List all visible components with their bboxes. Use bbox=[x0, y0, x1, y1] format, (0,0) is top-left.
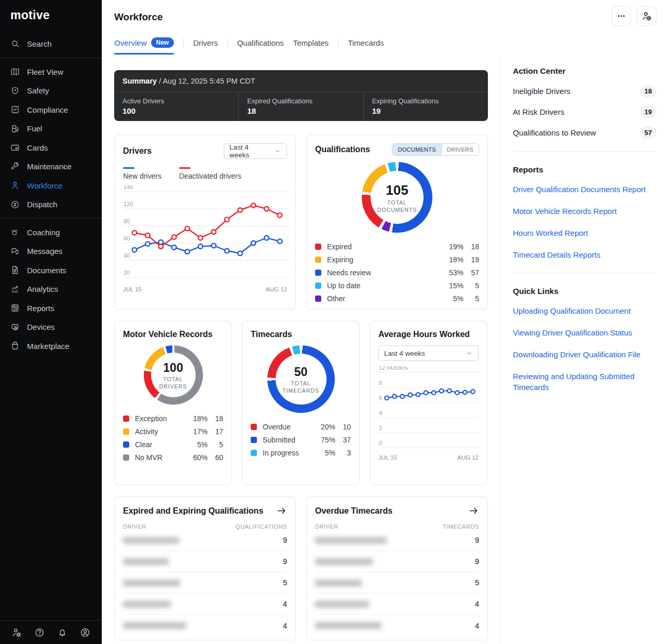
toggle-drivers[interactable]: DRIVERS bbox=[441, 144, 479, 155]
panel-divider bbox=[513, 151, 657, 152]
whistle-icon bbox=[10, 227, 20, 237]
drivers-chart-card: Drivers Last 4 weeks New drivers Deactiv… bbox=[114, 135, 296, 310]
right-panel: Action Center Ineligible Drivers 18 At R… bbox=[513, 66, 657, 404]
qualifications-card: Qualifications DOCUMENTS DRIVERS 105 TOT… bbox=[306, 135, 488, 310]
tab-templates[interactable]: Templates bbox=[293, 38, 329, 54]
devices-icon bbox=[10, 323, 20, 332]
chevron-down-icon bbox=[466, 350, 473, 357]
table-row[interactable]: 4 bbox=[315, 615, 479, 636]
table-title: Overdue Timecards bbox=[315, 506, 392, 516]
link-reviewing-updating-submitted-timecards[interactable]: Reviewing and Updating Submitted Timecar… bbox=[513, 371, 657, 393]
avg-hours-x-axis: JUL 15 AUG 12 bbox=[378, 454, 479, 461]
tab-separator bbox=[183, 38, 184, 47]
tab-separator bbox=[227, 38, 228, 47]
svg-text:8: 8 bbox=[379, 380, 382, 386]
admin-settings-button[interactable] bbox=[637, 6, 657, 26]
driver-name-redacted bbox=[123, 601, 171, 608]
table-row[interactable]: 5 bbox=[315, 572, 479, 594]
table-row[interactable]: 9 bbox=[315, 551, 479, 572]
action-qualifications-to-review[interactable]: Qualifications to Review 57 bbox=[513, 127, 657, 139]
sidebar-item-marketplace[interactable]: Marketplace bbox=[0, 337, 102, 356]
sidebar-item-coaching[interactable]: Coaching bbox=[0, 223, 102, 242]
svg-text:2: 2 bbox=[379, 425, 382, 431]
wrench-icon bbox=[10, 162, 20, 171]
action-at-risk-drivers[interactable]: At Risk Drivers 19 bbox=[513, 106, 657, 118]
legend-submitted: Submitted 75% 37 bbox=[251, 433, 351, 446]
sidebar-item-safety[interactable]: Safety bbox=[0, 82, 102, 101]
action-ineligible-drivers[interactable]: Ineligible Drivers 18 bbox=[513, 85, 657, 97]
link-hours-worked-report[interactable]: Hours Worked Report bbox=[513, 227, 657, 238]
link-downloading-driver-qualification-file[interactable]: Downloading Driver Qualification File bbox=[513, 349, 657, 360]
count-badge: 18 bbox=[640, 85, 657, 97]
table-row[interactable]: 9 bbox=[123, 530, 287, 551]
avg-hours-range-select[interactable]: Last 4 weeks bbox=[378, 345, 479, 361]
sidebar-item-analytics[interactable]: Analytics bbox=[0, 280, 102, 299]
arrow-right-icon[interactable] bbox=[468, 505, 479, 516]
more-options-button[interactable] bbox=[611, 6, 631, 26]
tab-overview[interactable]: Overview New bbox=[114, 37, 174, 55]
count-badge: 19 bbox=[640, 106, 657, 118]
notifications-icon[interactable] bbox=[57, 627, 67, 638]
profile-icon[interactable] bbox=[80, 627, 90, 638]
arrow-right-icon[interactable] bbox=[276, 505, 287, 516]
link-viewing-driver-qualification-status[interactable]: Viewing Driver Qualification Status bbox=[513, 327, 657, 338]
marketplace-icon bbox=[10, 341, 20, 351]
dispatch-icon bbox=[10, 200, 20, 209]
sidebar-item-dispatch[interactable]: Dispatch bbox=[0, 195, 102, 214]
legend-expired: Expired 19% 18 bbox=[315, 240, 479, 253]
legend-swatch bbox=[179, 167, 190, 169]
sidebar-item-workforce[interactable]: Workforce bbox=[0, 176, 102, 195]
drivers-x-axis: JUL 15 AUG 12 bbox=[123, 286, 287, 292]
sidebar-search[interactable]: Search bbox=[0, 34, 102, 53]
table-row[interactable]: 4 bbox=[123, 615, 287, 636]
sidebar-item-documents[interactable]: Documents bbox=[0, 261, 102, 280]
link-uploading-qualification-document[interactable]: Uploading Qualification Document bbox=[513, 305, 657, 316]
card-title: Drivers bbox=[123, 146, 152, 156]
table-row[interactable]: 4 bbox=[315, 594, 479, 615]
stat-active-drivers: Active Drivers 100 bbox=[114, 92, 238, 121]
toggle-documents[interactable]: DOCUMENTS bbox=[392, 144, 441, 155]
motive-logo: motive bbox=[0, 0, 102, 22]
sidebar-item-messages[interactable]: Messages bbox=[0, 242, 102, 261]
link-driver-qualification-documents-report[interactable]: Driver Qualification Documents Report bbox=[513, 184, 657, 195]
sidebar-item-reports[interactable]: Reports bbox=[0, 299, 102, 318]
reports-heading: Reports bbox=[513, 165, 657, 175]
tab-bar: Overview New Drivers Qualifications Temp… bbox=[114, 37, 488, 55]
drivers-range-select[interactable]: Last 4 weeks bbox=[224, 143, 287, 159]
legend-other: Other 5% 5 bbox=[315, 292, 479, 305]
page-title: Workforce bbox=[114, 11, 488, 23]
table-row[interactable]: 5 bbox=[123, 572, 287, 594]
svg-text:80: 80 bbox=[124, 218, 130, 224]
donut-center: 50 TOTAL TIMECARDS bbox=[276, 354, 326, 405]
driver-name-redacted bbox=[123, 537, 179, 544]
sidebar-item-cards[interactable]: Cards bbox=[0, 138, 102, 157]
workforce-dashboard: motive Search Fleet View Safety Complian… bbox=[0, 0, 667, 644]
header-actions bbox=[611, 6, 657, 26]
svg-text:6: 6 bbox=[379, 395, 382, 401]
table-row[interactable]: 4 bbox=[123, 594, 287, 615]
table-row[interactable]: 9 bbox=[123, 551, 287, 572]
link-timecard-details-reports[interactable]: Timecard Details Reports bbox=[513, 249, 657, 260]
legend-new-drivers: New drivers bbox=[123, 167, 161, 180]
tab-qualifications[interactable]: Qualifications bbox=[237, 38, 284, 54]
drivers-chart-legend: New drivers Deactivated drivers bbox=[123, 167, 287, 180]
driver-name-redacted bbox=[315, 601, 369, 608]
help-icon[interactable] bbox=[34, 627, 45, 638]
driver-name-redacted bbox=[123, 580, 180, 586]
tab-drivers[interactable]: Drivers bbox=[193, 38, 218, 54]
tab-timecards[interactable]: Timecards bbox=[348, 38, 384, 54]
sidebar-item-devices[interactable]: Devices bbox=[0, 318, 102, 337]
mvr-card: Motor Vehicle Records 100 TOTAL DRIVERS … bbox=[114, 321, 232, 485]
svg-text:4: 4 bbox=[379, 410, 382, 416]
sidebar-item-fleet-view[interactable]: Fleet View bbox=[0, 62, 102, 82]
link-motor-vehicle-records-report[interactable]: Motor Vehicle Records Report bbox=[513, 206, 657, 217]
sidebar-item-fuel[interactable]: Fuel bbox=[0, 119, 102, 139]
sidebar-item-compliance[interactable]: Compliance bbox=[0, 100, 102, 119]
svg-text:12 HOURS: 12 HOURS bbox=[379, 366, 407, 371]
driver-name-redacted bbox=[123, 622, 186, 629]
timecards-legend: Overdue 20% 10 Submitted 75% 37 In progr… bbox=[251, 420, 351, 459]
admin-icon[interactable] bbox=[11, 627, 22, 638]
table-row[interactable]: 9 bbox=[315, 530, 479, 551]
qualifications-donut-chart: 105 TOTAL DOCUMENTS bbox=[362, 162, 432, 233]
sidebar-item-maintenance[interactable]: Maintenance bbox=[0, 157, 102, 177]
